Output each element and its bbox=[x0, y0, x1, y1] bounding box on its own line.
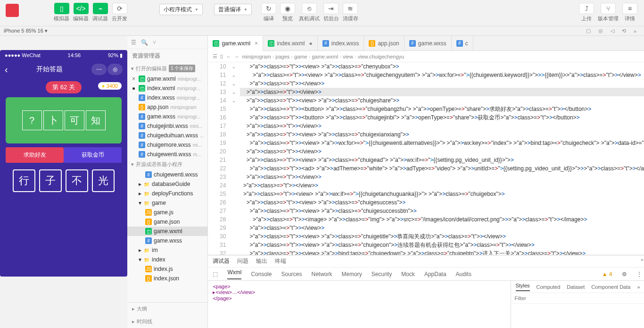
remote-debug-button[interactable]: ⎋真机调试 bbox=[298, 2, 321, 23]
more-icon[interactable]: » bbox=[637, 284, 640, 290]
tree-item[interactable]: ◫game.wxml bbox=[127, 227, 207, 236]
tab-memory[interactable]: Memory bbox=[342, 271, 362, 278]
project-header[interactable]: ▾ 开源成语答题小程序 bbox=[127, 159, 207, 170]
clear-cache-button[interactable]: ≋清缓存 bbox=[342, 2, 359, 23]
open-editor-item[interactable]: #index.wxss miniprogr... bbox=[127, 93, 207, 102]
detail-button[interactable]: ≡详情 bbox=[621, 2, 638, 23]
debugger-toggle[interactable]: ⌁调试器 bbox=[91, 2, 109, 23]
answer-cell[interactable]: 知 bbox=[86, 110, 106, 130]
nav-fwd-icon[interactable]: → bbox=[234, 54, 239, 59]
simulator-toggle[interactable]: ▯模拟器 bbox=[53, 2, 70, 23]
capsule-close[interactable]: ◎ bbox=[107, 64, 123, 75]
tree-item[interactable]: JSindex.js bbox=[127, 264, 207, 274]
tree-item[interactable]: ▾ 📁index bbox=[127, 255, 207, 264]
bookmark-icon[interactable]: ☰ bbox=[213, 53, 217, 59]
warnings-badge[interactable]: ▲ 4 bbox=[602, 271, 612, 278]
tab-wxml[interactable]: Wxml bbox=[227, 269, 241, 279]
open-editor-item[interactable]: #chuigeduihuan.wxss ... bbox=[127, 131, 207, 140]
wxml-tree[interactable]: <page> ▸<view>…</view> </page> bbox=[208, 281, 510, 328]
tab-appdata[interactable]: AppData bbox=[424, 271, 446, 278]
answer-cell[interactable]: ? bbox=[22, 110, 42, 130]
sim-mute-icon[interactable]: ◁ bbox=[611, 28, 614, 34]
help-button[interactable]: 求助好友 bbox=[6, 147, 64, 163]
tree-item[interactable]: ▸ 📁im bbox=[127, 245, 207, 255]
tree-item[interactable]: {}game.json bbox=[127, 217, 207, 227]
user-avatar[interactable] bbox=[6, 4, 19, 17]
back-button[interactable]: ‹ bbox=[5, 64, 8, 75]
version-button[interactable]: ⑂版本管理 bbox=[597, 2, 619, 23]
bookmark-icon[interactable]: ▯ bbox=[220, 53, 223, 59]
tree-item[interactable]: #game.wxss bbox=[127, 236, 207, 245]
stab-styles[interactable]: Styles bbox=[516, 283, 530, 291]
dt-tab-output[interactable]: 输出 bbox=[256, 257, 267, 265]
coin-badge[interactable]: 3400 bbox=[98, 82, 122, 90]
tree-item[interactable]: ▸ 📁databaseGuide bbox=[127, 179, 207, 189]
tab-network[interactable]: Network bbox=[311, 271, 332, 278]
list-icon[interactable]: ☰ bbox=[131, 39, 136, 46]
editor-tab[interactable]: ◫index.wxml● bbox=[263, 36, 318, 51]
cloud-dev[interactable]: ⟳云开发 bbox=[111, 2, 128, 23]
editor-tab[interactable]: ◫game.wxml× bbox=[208, 36, 263, 51]
editor-tab[interactable]: {}app.json bbox=[364, 36, 404, 51]
editor-tab[interactable]: #c bbox=[452, 36, 473, 51]
open-editor-item[interactable]: {}app.json miniprogram bbox=[127, 102, 207, 112]
stab-dataset[interactable]: Dataset bbox=[567, 284, 585, 290]
tab-audits[interactable]: Audits bbox=[456, 271, 471, 278]
tab-console[interactable]: Console bbox=[251, 271, 272, 278]
open-editor-item[interactable]: #chuigejinbi.wxss mini... bbox=[127, 121, 207, 131]
outline-header[interactable]: ▸ 大纲 bbox=[127, 303, 207, 315]
answer-cell[interactable]: 卜 bbox=[43, 110, 63, 130]
getcoin-button[interactable]: 获取金币 bbox=[64, 147, 122, 163]
settings-icon[interactable]: ⚙ bbox=[622, 271, 627, 278]
sim-record-icon[interactable]: ◎ bbox=[598, 28, 603, 34]
preview-button[interactable]: ◉预览 bbox=[279, 2, 296, 23]
tree-item[interactable]: ▾ 📁game bbox=[127, 198, 207, 208]
code-editor[interactable]: 1011121314151617181920212223242526272829… bbox=[208, 62, 644, 255]
background-button[interactable]: ⇥切后台 bbox=[322, 2, 340, 23]
editor-tab[interactable]: #game.wxss bbox=[405, 36, 452, 51]
tab-mock[interactable]: Mock bbox=[401, 271, 415, 278]
dt-tab-problems[interactable]: 问题 bbox=[237, 257, 248, 265]
dt-tab-debugger[interactable]: 调试器 bbox=[213, 257, 230, 265]
compile-button[interactable]: ↻编译 bbox=[260, 2, 277, 23]
answer-cell[interactable]: 可 bbox=[65, 110, 84, 130]
search-icon[interactable]: 🔍 bbox=[141, 39, 148, 46]
tree-item[interactable]: ▸ 📁deployFunctions bbox=[127, 189, 207, 198]
sim-home-icon[interactable]: ▢ bbox=[586, 28, 591, 34]
mode-select[interactable]: 小程序模式 bbox=[159, 4, 203, 15]
tab-sources[interactable]: Sources bbox=[281, 271, 302, 278]
tree-item[interactable]: {}index.json bbox=[127, 274, 207, 283]
nav-back-icon[interactable]: ← bbox=[226, 54, 231, 59]
dt-tab-terminal[interactable]: 终端 bbox=[275, 257, 286, 265]
tab-security[interactable]: Security bbox=[372, 271, 392, 278]
compile-select[interactable]: 普通编译 bbox=[214, 4, 252, 15]
open-editor-item[interactable]: #chuigewenti.wxss m... bbox=[127, 150, 207, 159]
branch-icon[interactable]: ⑂ bbox=[153, 39, 156, 46]
open-editors-header[interactable]: ▾ 打开的编辑器 1 个未保存 bbox=[127, 63, 207, 74]
open-editor-item[interactable]: #chuigemore.wxss mi... bbox=[127, 140, 207, 150]
tree-item[interactable]: #chuigewenti.wxss bbox=[127, 170, 207, 179]
inspect-icon[interactable]: ⬚ bbox=[213, 271, 218, 278]
open-editor-item[interactable]: #game.wxss miniprogr... bbox=[127, 112, 207, 121]
editor-toggle[interactable]: </>编辑器 bbox=[72, 2, 90, 23]
timeline-header[interactable]: ▸ 时间线 bbox=[127, 315, 207, 328]
breadcrumb[interactable]: ☰ ▯ ← → miniprogram › pages › game › gam… bbox=[208, 51, 644, 62]
stab-compdata[interactable]: Component Data bbox=[591, 284, 630, 290]
style-filter-input[interactable] bbox=[511, 293, 640, 303]
option-cell[interactable]: 行 bbox=[13, 169, 35, 192]
editor-tab[interactable]: #index.wxss bbox=[318, 36, 364, 51]
sim-rotate-icon[interactable]: ⟲ bbox=[622, 28, 626, 34]
collapse-icon[interactable]: ⌃ bbox=[640, 258, 644, 265]
open-editor-item[interactable]: ◫index.wxml miniprogr... bbox=[127, 84, 207, 93]
more-icon[interactable]: ⋮ bbox=[636, 271, 642, 278]
cls-toggle[interactable]: .cls bbox=[640, 293, 644, 303]
tree-item[interactable]: JSgame.js bbox=[127, 208, 207, 217]
upload-button[interactable]: ⤴上传 bbox=[578, 2, 595, 23]
option-cell[interactable]: 不 bbox=[66, 169, 88, 192]
option-cell[interactable]: 光 bbox=[92, 169, 115, 192]
capsule-menu[interactable]: ⋯ bbox=[91, 64, 107, 75]
open-editor-item[interactable]: ◫game.wxml miniprogr... bbox=[127, 74, 207, 84]
device-select[interactable]: iPhone 5 85% 16 ▾ bbox=[4, 28, 48, 34]
sim-more-icon[interactable]: » bbox=[634, 28, 636, 34]
option-cell[interactable]: 子 bbox=[39, 169, 62, 192]
